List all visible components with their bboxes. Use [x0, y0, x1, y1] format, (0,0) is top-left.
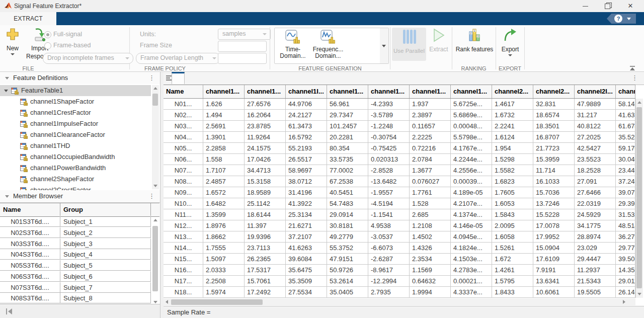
document-actions-menu-icon[interactable]: ⋮ — [631, 73, 638, 83]
feature-value-cell[interactable]: 59.170 — [616, 143, 635, 154]
feature-value-cell[interactable]: -2.8528 — [368, 165, 410, 176]
feature-value-cell[interactable]: 21.6271 — [286, 220, 327, 231]
table-row[interactable]: N16...2.033317.531735.647550.9726-8.9617… — [164, 265, 635, 276]
collapse-panel-icon[interactable] — [5, 77, 9, 80]
feature-value-cell[interactable]: 1.5974 — [203, 287, 245, 298]
feature-value-cell[interactable]: 37.2107 — [286, 231, 327, 243]
feature-value-cell[interactable]: 17.9952 — [533, 231, 575, 243]
grid-column-header[interactable]: channel1... — [203, 85, 245, 98]
feature-value-cell[interactable]: 77.0002 — [327, 165, 368, 176]
feature-value-cell[interactable]: 21.5343 — [575, 276, 616, 287]
feature-value-cell[interactable]: 27.091 — [575, 176, 616, 187]
feature-value-cell[interactable]: 18.3501 — [533, 121, 575, 132]
feature-value-cell[interactable]: 1.4502 — [410, 231, 451, 243]
scrollbar-thumb[interactable] — [152, 94, 158, 106]
row-name-cell[interactable]: N04... — [164, 132, 203, 143]
feature-value-cell[interactable]: 0.72216 — [410, 143, 451, 154]
member-column-header[interactable]: Group — [60, 203, 151, 216]
feature-value-cell[interactable]: 26.5517 — [286, 154, 327, 165]
row-name-cell[interactable]: N09... — [164, 187, 203, 198]
collapse-toolstrip-button[interactable] — [629, 64, 636, 70]
feature-value-cell[interactable]: 39.501 — [616, 254, 635, 265]
table-row[interactable]: N10...1.648225.114241.392254.7483-4.5194… — [164, 198, 635, 209]
feature-value-cell[interactable]: 1.6482 — [203, 198, 245, 209]
feature-value-cell[interactable]: 0.020313 — [368, 154, 410, 165]
feature-value-cell[interactable]: 20.2281 — [327, 132, 368, 143]
member-group-cell[interactable]: Subject_5 — [60, 260, 151, 271]
feature-value-cell[interactable]: 0.076027 — [410, 176, 451, 187]
feature-value-cell[interactable]: 1.626 — [203, 99, 245, 110]
feature-value-cell[interactable]: 28.8974 — [575, 231, 616, 243]
feature-value-cell[interactable]: 23.5523 — [575, 154, 616, 165]
table-row[interactable]: N02...1.49416.206424.212729.7347-3.57892… — [164, 110, 635, 121]
grid-column-header[interactable]: channel1... — [410, 85, 451, 98]
tree-item[interactable]: channel1THD — [0, 140, 151, 151]
feature-value-cell[interactable]: 4.2244e... — [451, 154, 492, 165]
feature-value-cell[interactable]: 7.9191 — [533, 265, 575, 276]
feature-value-cell[interactable]: 24.5929 — [575, 209, 616, 220]
table-row[interactable]: N03...2.569123.878561.3473101.2457-1.224… — [164, 121, 635, 132]
member-group-cell[interactable]: Subject_4 — [60, 249, 151, 260]
table-row[interactable]: N15...1.509726.236539.608447.9151-2.6287… — [164, 254, 635, 265]
feature-value-cell[interactable]: -1.2248 — [368, 121, 410, 132]
feature-value-cell[interactable]: 0.64632 — [410, 276, 451, 287]
feature-value-cell[interactable]: -1.9557 — [368, 187, 410, 198]
feature-value-cell[interactable]: 24.2127 — [286, 110, 327, 121]
tree-expander-icon[interactable] — [4, 90, 8, 92]
feature-value-cell[interactable]: 29.398 — [616, 198, 635, 209]
feature-value-cell[interactable]: 0.00021... — [451, 276, 492, 287]
scroll-up-icon[interactable] — [637, 101, 641, 104]
grid-column-header[interactable]: channel2I... — [575, 85, 616, 98]
member-row[interactable]: N01S3T6d.... Subject_1 — [0, 216, 151, 227]
feature-value-cell[interactable]: 0.00048... — [451, 121, 492, 132]
feature-value-cell[interactable]: 58.148 — [616, 99, 635, 110]
feature-value-cell[interactable]: 1.5097 — [203, 254, 245, 265]
feature-value-cell[interactable]: 4.9538 — [368, 220, 410, 231]
row-name-cell[interactable]: N10... — [164, 198, 203, 209]
table-row[interactable]: N09...1.657218.958931.419640.5451-1.9557… — [164, 187, 635, 198]
feature-value-cell[interactable]: 29.777 — [616, 243, 635, 254]
member-name-cell[interactable]: N06S3T6d.... — [0, 271, 60, 282]
grid-column-header[interactable]: channel1... — [368, 85, 410, 98]
member-name-cell[interactable]: N04S3T6d.... — [0, 249, 60, 260]
feature-value-cell[interactable]: 1.5843 — [492, 209, 533, 220]
feature-value-cell[interactable]: 1.7761 — [410, 187, 451, 198]
feature-value-cell[interactable]: 15.3158 — [245, 176, 286, 187]
row-name-cell[interactable]: N13... — [164, 231, 203, 243]
feature-value-cell[interactable]: 58.9697 — [286, 165, 327, 176]
feature-value-cell[interactable]: 1.4617 — [492, 99, 533, 110]
row-name-cell[interactable]: N18... — [164, 287, 203, 298]
feature-value-cell[interactable]: 0.11657 — [410, 121, 451, 132]
feature-value-cell[interactable]: 27.5534 — [286, 287, 327, 298]
gallery-dropdown-button[interactable] — [380, 28, 389, 64]
feature-value-cell[interactable]: 15.7061 — [245, 276, 286, 287]
feature-value-cell[interactable]: 53.2614 — [327, 276, 368, 287]
minimize-button[interactable] — [577, 0, 594, 12]
table-row[interactable]: N08...2.485715.315838.071267.2538-13.648… — [164, 176, 635, 187]
member-row[interactable]: N03S3T6d.... Subject_3 — [0, 238, 151, 250]
frame-based-radio[interactable] — [44, 42, 51, 49]
feature-value-cell[interactable]: 2.2225 — [410, 132, 451, 143]
member-group-cell[interactable]: Subject_2 — [60, 227, 151, 238]
feature-value-cell[interactable]: 2.0784 — [410, 154, 451, 165]
feature-value-cell[interactable]: 4.146e-05 — [451, 220, 492, 231]
feature-value-cell[interactable]: 61.3473 — [286, 121, 327, 132]
table-row[interactable]: N05...2.285824.157555.219380.354-0.75425… — [164, 143, 635, 154]
feature-value-cell[interactable]: 1.7107 — [203, 165, 245, 176]
units-dropdown[interactable]: samples — [218, 29, 271, 40]
feature-value-cell[interactable]: 16.8707 — [533, 132, 575, 143]
feature-value-cell[interactable]: 17.0426 — [245, 154, 286, 165]
table-row[interactable]: N13...1.866219.939637.210749.2779-3.0537… — [164, 231, 635, 243]
feature-value-cell[interactable]: 37.246 — [616, 176, 635, 187]
feature-value-cell[interactable]: 31.4196 — [286, 187, 327, 198]
feature-value-cell[interactable]: 40.8122 — [575, 121, 616, 132]
feature-value-cell[interactable]: 5.5798e... — [451, 132, 492, 143]
feature-value-cell[interactable]: 1.5795 — [492, 276, 533, 287]
member-row[interactable]: N06S3T6d.... Subject_6 — [0, 271, 151, 282]
feature-value-cell[interactable]: 1.7605 — [492, 187, 533, 198]
feature-value-cell[interactable]: 36.279 — [616, 231, 635, 243]
feature-value-cell[interactable]: 61.674 — [616, 121, 635, 132]
new-button[interactable]: New — [2, 28, 23, 55]
feature-value-cell[interactable]: 4.1374e... — [451, 209, 492, 220]
feature-value-cell[interactable]: 15.3959 — [533, 154, 575, 165]
